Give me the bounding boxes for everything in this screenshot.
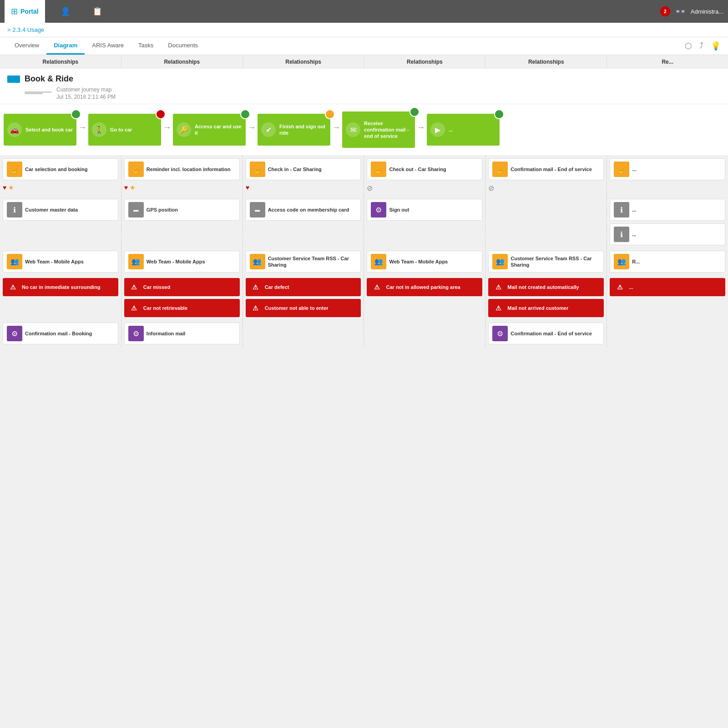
- info-text-6b: ...: [632, 231, 636, 238]
- docs-icon: 📋: [92, 6, 102, 16]
- block-icon-1: ⊘: [367, 184, 373, 192]
- card-checkin[interactable]: ☝ Check in - Car Sharing: [246, 158, 361, 180]
- step-box-4[interactable]: ✔ Finish and sign out ride: [258, 114, 330, 146]
- tab-tasks[interactable]: Tasks: [131, 37, 161, 55]
- col-header-5: Relationships: [485, 55, 607, 69]
- card-signout[interactable]: ⚙ Sign out: [367, 199, 482, 221]
- confirm-icon-2: ⚙: [128, 326, 144, 341]
- breadcrumb: > 2.3.4 Usage: [0, 23, 728, 37]
- tab-documents[interactable]: Documents: [161, 37, 205, 55]
- alert-col-4: ⚠ Car not in allowed parking area: [364, 275, 485, 320]
- card-info-mail[interactable]: ⚙ Information mail: [124, 323, 240, 344]
- nav-docs[interactable]: 📋: [86, 0, 109, 23]
- alert-icon-6: ⚠: [613, 281, 626, 293]
- status-dot-3: [240, 109, 250, 119]
- people-icon: 👤: [61, 6, 71, 16]
- process-flow-row: 🚗 Select and book car → 🚶 Go to car → 🔑: [0, 104, 728, 156]
- confirm-col-2: ⚙ Information mail: [121, 320, 243, 347]
- process-step-4: ✔ Finish and sign out ride: [258, 114, 330, 146]
- alert-card-6[interactable]: ⚠ ...: [610, 278, 725, 296]
- nav-portal[interactable]: ⊞ Portal: [5, 0, 45, 23]
- card-confirm-mail[interactable]: ☝ Confirmation mail - End of service: [488, 158, 604, 180]
- alert-card-4[interactable]: ⚠ Car not in allowed parking area: [367, 278, 482, 296]
- notification-badge[interactable]: 2: [660, 6, 670, 16]
- team-col-3: 👥 Customer Service Team RSS - Car Sharin…: [243, 248, 364, 275]
- card-confirm-booking[interactable]: ⚙ Confirmation mail - Booking: [3, 323, 118, 344]
- team-card-4[interactable]: 👥 Web Team - Mobile Apps: [367, 251, 482, 273]
- card-confirm-end[interactable]: ⚙ Confirmation mail - End of service: [488, 323, 604, 344]
- alert-card-3a[interactable]: ⚠ Car defect: [246, 278, 361, 296]
- team-col-1: 👥 Web Team - Mobile Apps: [0, 248, 121, 275]
- step-icon-1: 🚗: [7, 122, 22, 137]
- tab-bar: Overview Diagram ARIS Aware Tasks Docume…: [0, 37, 728, 55]
- confirm-text-1: Confirmation mail - Booking: [25, 330, 92, 337]
- info-col-2: ▬ GPS position: [121, 196, 243, 248]
- info-icon-1: ℹ: [7, 202, 22, 217]
- alert-card-2b[interactable]: ⚠ Car not retrievable: [124, 299, 240, 317]
- team-card-1[interactable]: 👥 Web Team - Mobile Apps: [3, 251, 118, 273]
- alert-row: ⚠ No car in immediate surrounding ⚠ Car …: [0, 275, 728, 320]
- team-card-5[interactable]: 👥 Customer Service Team RSS - Car Sharin…: [488, 251, 604, 273]
- alert-card-5b[interactable]: ⚠ Mail not arrived customer: [488, 299, 604, 317]
- diagram-date: Jul 15, 2016 2:11:46 PM: [56, 94, 116, 100]
- step-box-2[interactable]: 🚶 Go to car: [88, 114, 161, 146]
- process-step-5: ✉ Receive confirmation mail - end of ser…: [342, 111, 415, 148]
- share-network-icon[interactable]: ⬡: [685, 41, 692, 51]
- alert-text-4: Car not in allowed parking area: [386, 284, 460, 290]
- emotion-row-5: ⊘: [488, 183, 604, 193]
- heart-icon-2: ♥: [124, 184, 128, 191]
- card-extra-6[interactable]: ☝ ...: [610, 158, 725, 180]
- nav-people[interactable]: 👤: [54, 0, 77, 23]
- column-headers: Relationships Relationships Relationship…: [0, 55, 728, 69]
- col-header-6: Re...: [607, 55, 728, 69]
- confirm-col-1: ⚙ Confirmation mail - Booking: [0, 320, 121, 347]
- touch-icon-3: ☝: [250, 162, 265, 177]
- touch-col-4: ☝ Check out - Car Sharing ⊘: [364, 156, 485, 196]
- tab-aris-aware[interactable]: ARIS Aware: [85, 37, 131, 55]
- info-col-5: [485, 196, 607, 248]
- step-icon-4: ✔: [261, 122, 276, 137]
- alert-text-5a: Mail not created automatically: [507, 284, 579, 290]
- bulb-icon[interactable]: 💡: [711, 41, 721, 51]
- touch-icon-6: ☝: [614, 162, 629, 177]
- step-box-1[interactable]: 🚗 Select and book car: [4, 114, 76, 146]
- status-dot-1: [71, 109, 81, 119]
- step-box-3[interactable]: 🔑 Access car and use it: [173, 114, 246, 146]
- glasses-icon[interactable]: 👓: [675, 6, 686, 17]
- arrow-1: →: [76, 123, 88, 132]
- team-text-1: Web Team - Mobile Apps: [25, 258, 84, 265]
- team-card-6[interactable]: 👥 R...: [610, 251, 725, 273]
- process-step-6: ▶ ...: [427, 114, 500, 146]
- team-row: 👥 Web Team - Mobile Apps 👥 Web Team - Mo…: [0, 248, 728, 275]
- card-access-code[interactable]: ▬ Access code on membership card: [246, 199, 361, 221]
- step-box-6[interactable]: ▶ ...: [427, 114, 500, 146]
- tab-overview[interactable]: Overview: [7, 37, 46, 55]
- alert-card-3b[interactable]: ⚠ Customer not able to enter: [246, 299, 361, 317]
- alert-card-2a[interactable]: ⚠ Car missed: [124, 278, 240, 296]
- col-header-3: Relationships: [243, 55, 364, 69]
- share-icon[interactable]: ⤴: [699, 41, 703, 51]
- tab-diagram[interactable]: Diagram: [46, 37, 85, 55]
- card-car-selection[interactable]: ☝ Car selection and booking: [3, 158, 118, 180]
- card-info-6b[interactable]: ℹ ...: [610, 223, 725, 245]
- step-box-5[interactable]: ✉ Receive confirmation mail - end of ser…: [342, 111, 415, 148]
- confirm-icon-5: ⚙: [492, 326, 508, 341]
- card-gps[interactable]: ▬ GPS position: [124, 199, 240, 221]
- card-info-6a[interactable]: ℹ ...: [610, 199, 725, 221]
- info-icon-6a: ℹ: [614, 202, 629, 217]
- team-icon-5: 👥: [492, 254, 508, 269]
- alert-card-5a[interactable]: ⚠ Mail not created automatically: [488, 278, 604, 296]
- alert-card-1[interactable]: ⚠ No car in immediate surrounding: [3, 278, 118, 296]
- status-dot-2: [156, 109, 166, 119]
- card-text-1: Car selection and booking: [25, 166, 88, 172]
- card-checkout[interactable]: ☝ Check out - Car Sharing: [367, 158, 482, 180]
- alert-icon-3b: ⚠: [249, 302, 262, 314]
- card-customer-data[interactable]: ℹ Customer master data: [3, 199, 118, 221]
- team-card-3[interactable]: 👥 Customer Service Team RSS - Car Sharin…: [246, 251, 361, 273]
- arrow-5: →: [415, 123, 427, 132]
- status-dot-6: [494, 109, 504, 119]
- alert-icon-1: ⚠: [6, 281, 19, 293]
- diagram-title-area: Book & Ride Customer journey map Jul 15,…: [0, 69, 728, 104]
- team-card-2[interactable]: 👥 Web Team - Mobile Apps: [124, 251, 240, 273]
- card-reminder[interactable]: ☝ Reminder incl. location information: [124, 158, 240, 180]
